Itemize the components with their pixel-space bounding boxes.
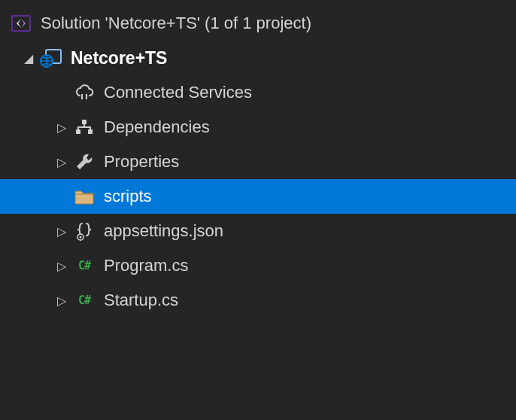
svg-rect-7 [76, 129, 80, 134]
properties-node[interactable]: ▷ Properties [0, 145, 516, 179]
expand-toggle-icon[interactable]: ▷ [54, 294, 69, 308]
dependencies-node[interactable]: ▷ Dependencies [0, 110, 516, 145]
csharp-file-icon: C# [72, 254, 96, 278]
startup-cs-label: Startup.cs [104, 291, 178, 310]
connected-services-node[interactable]: Connected Services [0, 75, 516, 110]
svg-rect-8 [88, 129, 93, 134]
solution-icon [9, 11, 33, 35]
appsettings-label: appsettings.json [104, 221, 223, 241]
project-node[interactable]: ◢ Netcore+TS [0, 41, 516, 75]
appsettings-node[interactable]: ▷ appsettings.json [0, 214, 516, 248]
scripts-label: scripts [104, 187, 152, 206]
connected-services-label: Connected Services [104, 83, 252, 102]
dependencies-label: Dependencies [104, 117, 210, 137]
web-project-icon [39, 46, 63, 70]
expand-toggle-icon[interactable]: ▷ [54, 155, 69, 169]
csharp-file-icon: C# [72, 288, 96, 312]
wrench-icon [72, 150, 96, 174]
program-cs-label: Program.cs [104, 256, 188, 275]
svg-rect-1 [13, 17, 29, 30]
folder-icon [72, 184, 96, 208]
solution-explorer-tree: Solution 'Netcore+TS' (1 of 1 project) ◢… [0, 0, 516, 318]
solution-root-node[interactable]: Solution 'Netcore+TS' (1 of 1 project) [0, 6, 516, 41]
expand-toggle-icon[interactable]: ▷ [54, 259, 69, 273]
startup-cs-node[interactable]: ▷ C# Startup.cs [0, 283, 516, 318]
dependencies-icon [72, 115, 96, 139]
svg-rect-6 [82, 120, 87, 124]
expand-toggle-icon[interactable]: ▷ [54, 120, 69, 135]
scripts-folder-node[interactable]: scripts [0, 179, 516, 214]
expand-toggle-icon[interactable]: ▷ [54, 224, 69, 239]
properties-label: Properties [104, 152, 179, 172]
svg-point-11 [80, 236, 82, 239]
project-label: Netcore+TS [71, 48, 167, 68]
cloud-icon [72, 81, 96, 105]
json-settings-icon [72, 219, 96, 243]
expand-toggle-icon[interactable]: ◢ [21, 51, 36, 65]
solution-label: Solution 'Netcore+TS' (1 of 1 project) [41, 14, 311, 33]
program-cs-node[interactable]: ▷ C# Program.cs [0, 248, 516, 283]
